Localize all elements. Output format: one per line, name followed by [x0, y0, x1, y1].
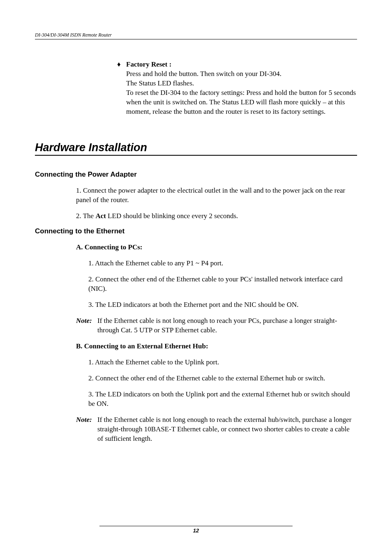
bullet-item: ♦ Factory Reset : Press and hold the but… [117, 60, 357, 117]
para-b2: 2. Connect the other end of the Ethernet… [88, 374, 357, 383]
bullet-symbol: ♦ [117, 60, 126, 117]
note-label-b: Note: [76, 415, 97, 444]
bullet-title: Factory Reset : [126, 60, 171, 68]
note-label-a: Note: [76, 316, 97, 335]
note-body-b: If the Ethernet cable is not long enough… [97, 415, 357, 444]
subheading-ethernet: Connecting to the Ethernet [35, 227, 357, 235]
para-a2: 2. Connect the other end of the Ethernet… [88, 275, 357, 294]
note-b: Note: If the Ethernet cable is not long … [76, 415, 357, 444]
para-b3: 3. The LED indicators on both the Uplink… [88, 390, 357, 409]
para-power-2: 2. The Act LED should be blinking once e… [76, 212, 357, 221]
para-a3: 3. The LED indicators at both the Ethern… [88, 300, 357, 310]
note-a: Note: If the Ethernet cable is not long … [76, 316, 357, 335]
page-number: 12 [35, 527, 357, 534]
note-body-a: If the Ethernet cable is not long enough… [97, 316, 357, 335]
section-title: Hardware Installation [35, 141, 357, 156]
running-header: DI-304/DI-304M ISDN Remote Router [35, 32, 357, 39]
bullet-line2: The Status LED flashes. [126, 79, 194, 87]
para-power-1: 1. Connect the power adapter to the elec… [76, 186, 357, 205]
footer-rule [99, 526, 293, 526]
bullet-line3: To reset the DI-304 to the factory setti… [126, 89, 356, 115]
bullet-line1: Press and hold the button. Then switch o… [126, 70, 281, 78]
subsection-b-title: B. Connecting to an External Ethernet Hu… [76, 342, 355, 351]
footer: 12 [35, 526, 357, 534]
para-power-2-prefix: 2. The [76, 212, 95, 220]
bullet-body: Factory Reset : Press and hold the butto… [126, 60, 357, 117]
subheading-power-adapter: Connecting the Power Adapter [35, 170, 357, 179]
para-power-2-suffix: LED should be blinking once every 2 seco… [106, 212, 238, 220]
act-led-label: Act [95, 212, 106, 220]
para-b1: 1. Attach the Ethernet cable to the Upli… [88, 358, 357, 367]
para-a1: 1. Attach the Ethernet cable to any P1 ~… [88, 259, 357, 268]
subsection-a-title: A. Connecting to PCs: [76, 243, 355, 252]
